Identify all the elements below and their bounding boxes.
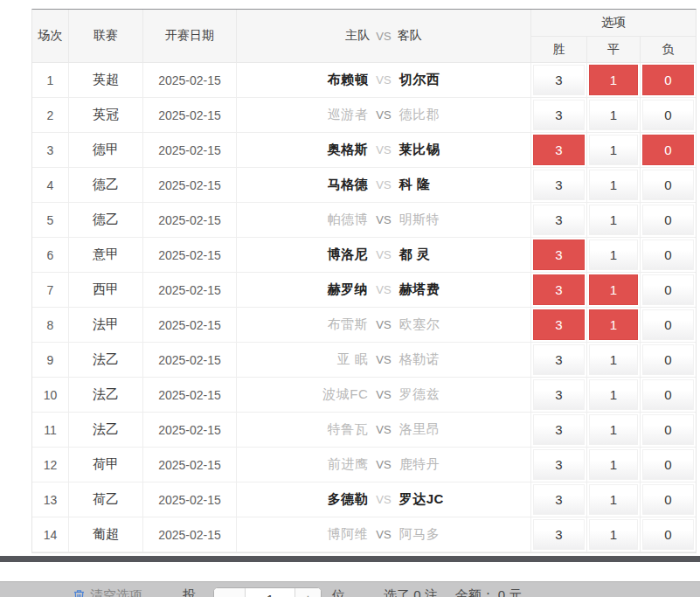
vs-label: VS (376, 213, 391, 226)
header-match-no: 场次 (32, 10, 69, 63)
league-name: 法甲 (69, 308, 143, 342)
option-draw[interactable]: 1 (589, 239, 638, 270)
trash-icon (73, 589, 85, 597)
stepper-minus-button[interactable]: − (214, 588, 246, 597)
match-row: 6 意甲 2025-02-15 博洛尼 VS 都 灵 3 1 0 (32, 238, 696, 273)
league-name: 德甲 (69, 133, 143, 167)
table-body: 1 英超 2025-02-15 布赖顿 VS 切尔西 3 1 0 2 英冠 20… (32, 63, 696, 552)
option-lose[interactable]: 0 (642, 379, 694, 410)
match-number: 9 (32, 343, 69, 377)
home-team: 多德勒 (328, 491, 369, 508)
option-win[interactable]: 3 (533, 135, 585, 165)
option-win[interactable]: 3 (533, 344, 585, 375)
header-options: 选项 (531, 10, 696, 37)
match-number: 7 (32, 273, 69, 307)
option-draw[interactable]: 1 (589, 414, 638, 445)
match-number: 12 (32, 448, 69, 482)
match-date: 2025-02-15 (143, 133, 237, 167)
vs-label: VS (376, 493, 391, 506)
header-win: 胜 (531, 37, 587, 63)
away-team: 罗达JC (399, 491, 444, 508)
option-win[interactable]: 3 (533, 239, 585, 270)
option-lose[interactable]: 0 (642, 519, 694, 550)
option-lose[interactable]: 0 (642, 135, 694, 165)
option-lose[interactable]: 0 (642, 239, 694, 270)
home-team: 马格德 (328, 177, 369, 193)
match-number: 10 (32, 378, 69, 412)
option-draw[interactable]: 1 (589, 205, 638, 235)
header-date: 开赛日期 (143, 10, 237, 63)
match-date: 2025-02-15 (143, 98, 237, 132)
option-lose[interactable]: 0 (642, 449, 694, 480)
away-team: 罗德兹 (399, 386, 440, 403)
header-lose: 负 (641, 37, 696, 63)
home-team: 亚 眠 (337, 351, 369, 368)
home-team: 奥格斯 (328, 142, 369, 158)
option-draw[interactable]: 1 (589, 135, 638, 165)
match-table: 场次 联赛 开赛日期 主队 VS 客队 选项 胜 平 负 1 英超 2025-0… (31, 9, 697, 553)
option-lose[interactable]: 0 (642, 414, 694, 445)
option-lose[interactable]: 0 (642, 344, 694, 375)
option-win[interactable]: 3 (533, 414, 585, 445)
option-lose[interactable]: 0 (642, 170, 694, 200)
option-draw[interactable]: 1 (589, 379, 638, 410)
option-win[interactable]: 3 (533, 274, 585, 305)
option-draw[interactable]: 1 (589, 519, 638, 550)
option-win[interactable]: 3 (533, 205, 585, 235)
match-number: 6 (32, 238, 69, 272)
teams-cell: 布赖顿 VS 切尔西 (237, 72, 530, 88)
section-divider (0, 556, 700, 562)
away-team: 洛里昂 (399, 421, 440, 438)
multiplier-stepper: − 1 + (213, 587, 322, 597)
header-draw: 平 (587, 37, 641, 63)
option-lose[interactable]: 0 (642, 484, 694, 515)
option-win[interactable]: 3 (533, 449, 585, 480)
stepper-plus-button[interactable]: + (295, 588, 321, 597)
option-draw[interactable]: 1 (589, 170, 638, 200)
away-team: 切尔西 (399, 72, 440, 88)
match-number: 4 (32, 168, 69, 202)
option-lose[interactable]: 0 (642, 274, 694, 305)
away-team: 欧塞尔 (399, 316, 440, 333)
option-draw[interactable]: 1 (589, 484, 638, 515)
option-lose[interactable]: 0 (642, 65, 694, 95)
league-name: 法乙 (69, 343, 143, 377)
option-draw[interactable]: 1 (589, 449, 638, 480)
stepper-value[interactable]: 1 (246, 588, 295, 597)
vs-label: VS (376, 283, 391, 296)
option-lose[interactable]: 0 (642, 100, 694, 130)
teams-cell: 博阿维 VS 阿马多 (237, 526, 530, 543)
option-win[interactable]: 3 (533, 170, 585, 200)
league-name: 意甲 (69, 238, 143, 272)
home-team: 布雷斯 (328, 316, 369, 333)
clear-selections-label: 清空选项 (90, 587, 142, 597)
option-draw[interactable]: 1 (589, 65, 638, 95)
match-date: 2025-02-15 (143, 482, 237, 517)
league-name: 西甲 (69, 273, 143, 307)
match-date: 2025-02-15 (143, 238, 237, 272)
option-win[interactable]: 3 (533, 309, 585, 340)
away-team: 莱比锡 (399, 142, 440, 158)
option-lose[interactable]: 0 (642, 309, 694, 340)
teams-cell: 马格德 VS 科 隆 (237, 177, 530, 193)
option-win[interactable]: 3 (533, 519, 585, 550)
vs-label: VS (376, 248, 391, 261)
option-win[interactable]: 3 (533, 100, 585, 130)
option-draw[interactable]: 1 (589, 309, 638, 340)
match-number: 5 (32, 203, 69, 237)
away-team: 阿马多 (399, 526, 440, 543)
option-win[interactable]: 3 (533, 65, 585, 95)
league-name: 法乙 (69, 378, 143, 412)
option-draw[interactable]: 1 (589, 274, 638, 305)
clear-selections-button[interactable]: 清空选项 (73, 587, 142, 597)
option-win[interactable]: 3 (533, 379, 585, 410)
option-win[interactable]: 3 (533, 484, 585, 515)
option-draw[interactable]: 1 (589, 100, 638, 130)
option-draw[interactable]: 1 (589, 344, 638, 375)
match-number: 14 (32, 517, 69, 552)
option-lose[interactable]: 0 (642, 205, 694, 235)
away-team: 德比郡 (399, 107, 440, 123)
vs-label: VS (376, 528, 391, 541)
match-date: 2025-02-15 (143, 413, 237, 447)
header-away-label: 客队 (398, 28, 422, 44)
